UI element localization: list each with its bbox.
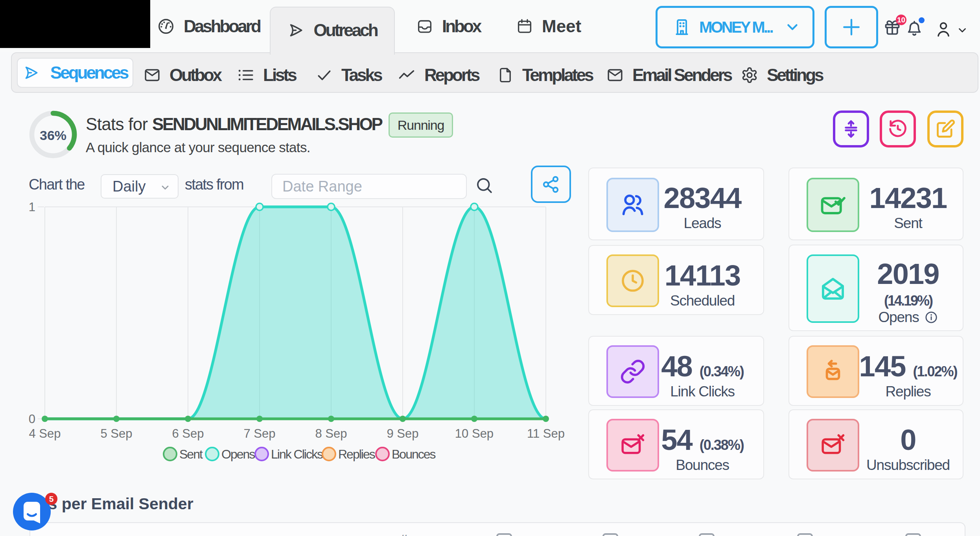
svg-text:0: 0 (29, 412, 35, 426)
svg-text:6 Sep: 6 Sep (172, 427, 204, 440)
svg-text:11 Sep: 11 Sep (527, 427, 565, 440)
svg-text:9 Sep: 9 Sep (387, 427, 418, 440)
svg-text:5 Sep: 5 Sep (100, 427, 132, 440)
svg-text:4 Sep: 4 Sep (29, 427, 61, 440)
svg-text:1: 1 (29, 200, 35, 214)
svg-text:10 Sep: 10 Sep (455, 427, 494, 440)
svg-text:7 Sep: 7 Sep (243, 427, 275, 440)
svg-text:8 Sep: 8 Sep (315, 427, 347, 440)
